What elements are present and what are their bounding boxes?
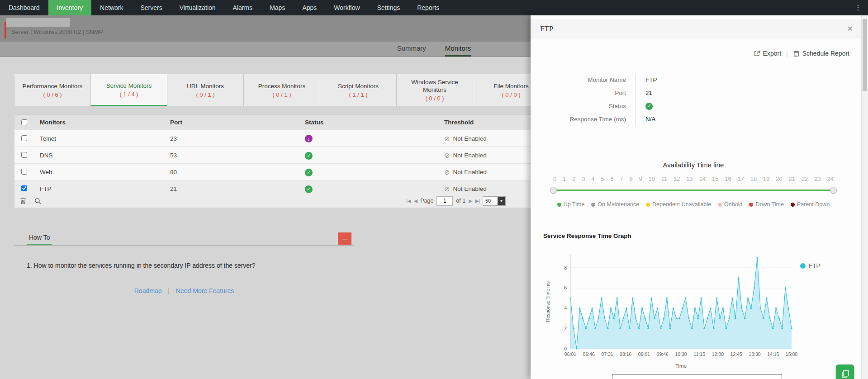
table-row[interactable]: Web 80 ⊘Not Enabled <box>14 164 538 180</box>
search-icon[interactable] <box>34 198 41 204</box>
top-navigation: Dashboard Inventory Network Servers Virt… <box>0 0 868 15</box>
monitor-detail-drawer: FTP ✕ Export | Schedule Report Monitor N… <box>531 15 861 379</box>
column-header-threshold[interactable]: Threshold <box>442 119 538 126</box>
close-icon[interactable]: ✕ <box>847 19 853 39</box>
scale-tick: 18 <box>750 175 757 182</box>
nav-item-servers[interactable]: Servers <box>132 0 171 15</box>
row-checkbox[interactable] <box>21 169 27 175</box>
status-up-icon <box>305 169 313 176</box>
export-label: Export <box>763 50 781 57</box>
collapse-button[interactable]: – <box>338 232 351 245</box>
tab-url-monitors[interactable]: URL Monitors ( 0 / 1 ) <box>167 74 244 106</box>
nav-item-virtualization[interactable]: Virtualization <box>171 0 224 15</box>
howto-question-link[interactable]: 1. How to monitor the services running i… <box>27 262 354 269</box>
tab-process-monitors[interactable]: Process Monitors ( 0 / 1 ) <box>243 74 320 106</box>
not-enabled-icon: ⊘ <box>444 185 450 192</box>
slider-handle-right[interactable] <box>830 187 837 194</box>
status-down-icon <box>305 135 313 142</box>
delete-icon[interactable] <box>20 197 26 204</box>
schedule-report-label: Schedule Report <box>802 50 849 57</box>
svg-text:0: 0 <box>564 346 567 351</box>
drawer-title: FTP <box>540 19 553 39</box>
scale-tick: 3 <box>582 175 585 182</box>
select-all-checkbox[interactable] <box>21 119 27 125</box>
device-subtitle: Server | Windows 2008 R2 | SNMP <box>11 28 103 35</box>
availability-timeline: Availability Time line 01234567891011121… <box>540 161 847 208</box>
tab-how-to[interactable]: How To <box>27 232 52 245</box>
scale-tick: 5 <box>601 175 604 182</box>
monitor-name: FTP <box>33 185 168 192</box>
tab-count: ( 1 / 4 ) <box>119 91 138 98</box>
chart-legend[interactable]: FTP <box>800 262 821 269</box>
nav-item-network[interactable]: Network <box>91 0 132 15</box>
tab-summary[interactable]: Summary <box>397 42 426 57</box>
page-number-input[interactable] <box>436 196 453 206</box>
scrollbar-thumb[interactable] <box>863 19 867 91</box>
monitor-details: Monitor Name FTP Port 21 Status Response… <box>531 73 739 126</box>
tab-label: Performance Monitors <box>19 82 86 90</box>
row-checkbox[interactable] <box>21 152 27 158</box>
table-row[interactable]: DNS 53 ⊘Not Enabled <box>14 147 538 164</box>
need-more-features-link[interactable]: Need More Features <box>176 287 234 294</box>
column-header-status[interactable]: Status <box>303 119 442 126</box>
page-size-select[interactable]: 50 ▼ <box>483 196 506 206</box>
report-fab-button[interactable] <box>836 365 854 379</box>
roadmap-link[interactable]: Roadmap <box>134 287 162 294</box>
scale-tick: 1 <box>563 175 566 182</box>
kebab-menu-icon[interactable]: ⋮ <box>848 0 868 15</box>
nav-item-dashboard[interactable]: Dashboard <box>0 0 48 15</box>
last-page-icon[interactable]: ▶| <box>475 198 479 204</box>
pagination: |◀ ◀ Page of 1 ▶ ▶| 50 ▼ <box>406 196 506 206</box>
series-label-ftp: FTP <box>809 262 821 269</box>
row-checkbox[interactable] <box>21 185 27 191</box>
page-size-value: 50 <box>483 197 498 205</box>
nav-item-reports[interactable]: Reports <box>408 0 448 15</box>
table-row[interactable]: Telnet 23 ⊘Not Enabled <box>14 130 538 147</box>
tab-service-monitors[interactable]: Service Monitors ( 1 / 4 ) <box>90 74 167 106</box>
scale-tick: 2 <box>572 175 575 182</box>
nav-item-inventory[interactable]: Inventory <box>48 0 92 15</box>
availability-scale: 0123456789101112131415161718192021222324 <box>553 175 834 182</box>
legend-item-on-maintenance: On Maintenance <box>591 201 639 208</box>
svg-text:15:00: 15:00 <box>786 351 797 357</box>
svg-text:12:45: 12:45 <box>730 351 742 357</box>
scale-tick: 8 <box>629 175 632 182</box>
scale-tick: 15 <box>712 175 718 182</box>
prev-page-icon[interactable]: ◀ <box>414 198 417 204</box>
nav-item-settings[interactable]: Settings <box>369 0 409 15</box>
legend-dot <box>718 203 722 207</box>
row-checkbox[interactable] <box>21 135 27 141</box>
tab-monitors[interactable]: Monitors <box>445 42 471 57</box>
detail-value-response-time: N/A <box>626 116 656 123</box>
monitor-port: 21 <box>168 185 303 192</box>
tab-label: URL Monitors <box>183 82 228 90</box>
nav-item-workflow[interactable]: Workflow <box>325 0 368 15</box>
slider-handle-left[interactable] <box>550 187 557 194</box>
scale-tick: 19 <box>763 175 769 182</box>
column-header-monitors[interactable]: Monitors <box>33 119 168 126</box>
tab-script-monitors[interactable]: Script Monitors ( 1 / 1 ) <box>320 74 397 106</box>
legend-dot <box>646 203 650 207</box>
chevron-down-icon: ▼ <box>498 197 505 205</box>
first-page-icon[interactable]: |◀ <box>406 198 410 204</box>
tab-windows-service-monitors[interactable]: Windows Service Monitors ( 0 / 0 ) <box>396 74 473 106</box>
response-time-chart: 0246806:0106:4607:3108:1609:0109:4610:30… <box>544 249 856 375</box>
scale-tick: 12 <box>674 175 680 182</box>
svg-text:09:46: 09:46 <box>657 351 669 357</box>
schedule-report-icon <box>793 50 800 57</box>
svg-text:12:00: 12:00 <box>712 351 724 357</box>
details-divider <box>636 74 636 125</box>
nav-item-maps[interactable]: Maps <box>261 0 294 15</box>
monitor-port: 80 <box>168 169 303 175</box>
tab-label: File Monitors <box>490 82 532 90</box>
svg-text:06:46: 06:46 <box>583 351 595 357</box>
tab-performance-monitors[interactable]: Performance Monitors ( 0 / 6 ) <box>14 74 91 106</box>
schedule-report-button[interactable]: Schedule Report <box>793 50 849 57</box>
monitor-type-tabs: Performance Monitors ( 0 / 6 ) Service M… <box>14 74 550 106</box>
nav-item-apps[interactable]: Apps <box>294 0 325 15</box>
export-button[interactable]: Export <box>754 50 781 57</box>
column-header-port[interactable]: Port <box>168 119 303 126</box>
detail-value-port: 21 <box>626 90 652 96</box>
next-page-icon[interactable]: ▶ <box>469 198 472 204</box>
nav-item-alarms[interactable]: Alarms <box>224 0 261 15</box>
